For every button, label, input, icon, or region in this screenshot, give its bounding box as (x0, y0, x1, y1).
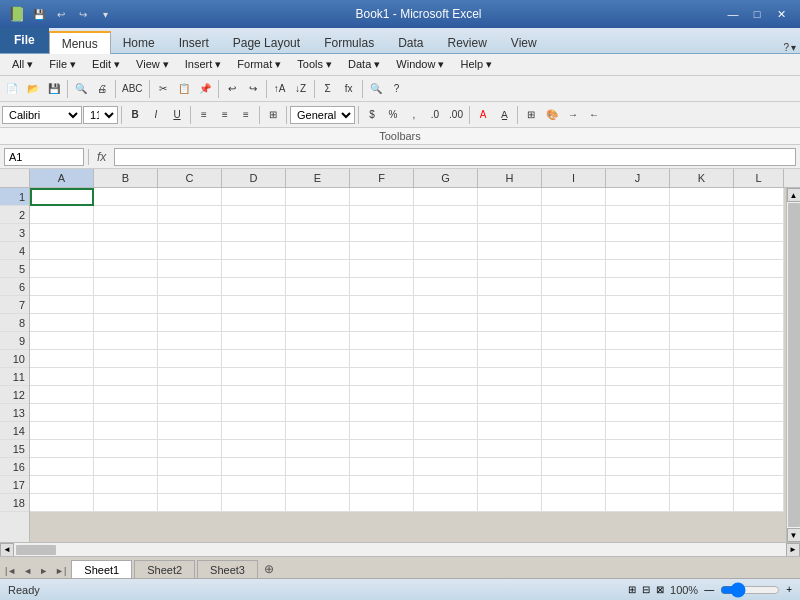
menu-format[interactable]: Format ▾ (229, 56, 289, 73)
borders-btn[interactable]: ⊞ (521, 105, 541, 125)
cell-F5[interactable] (350, 260, 414, 278)
cell-J6[interactable] (606, 278, 670, 296)
format-select[interactable]: General (290, 106, 355, 124)
indent-increase-btn[interactable]: → (563, 105, 583, 125)
row-num-14[interactable]: 14 (0, 422, 29, 440)
first-sheet-btn[interactable]: |◄ (2, 564, 19, 578)
cell-B6[interactable] (94, 278, 158, 296)
cell-G15[interactable] (414, 440, 478, 458)
menu-file[interactable]: File ▾ (41, 56, 84, 73)
vertical-scrollbar[interactable]: ▲ ▼ (786, 188, 800, 542)
cell-G10[interactable] (414, 350, 478, 368)
row-num-9[interactable]: 9 (0, 332, 29, 350)
cell-I3[interactable] (542, 224, 606, 242)
cell-J14[interactable] (606, 422, 670, 440)
indent-decrease-btn[interactable]: ← (584, 105, 604, 125)
cell-H11[interactable] (478, 368, 542, 386)
cell-G4[interactable] (414, 242, 478, 260)
bold-btn[interactable]: B (125, 105, 145, 125)
cell-L15[interactable] (734, 440, 784, 458)
cell-B14[interactable] (94, 422, 158, 440)
comma-btn[interactable]: , (404, 105, 424, 125)
underline-btn[interactable]: U (167, 105, 187, 125)
cell-H6[interactable] (478, 278, 542, 296)
cell-F12[interactable] (350, 386, 414, 404)
cell-A1[interactable] (30, 188, 94, 206)
sheet-tab-3[interactable]: Sheet3 (197, 560, 258, 578)
cell-L14[interactable] (734, 422, 784, 440)
cell-L7[interactable] (734, 296, 784, 314)
cell-F15[interactable] (350, 440, 414, 458)
merge-btn[interactable]: ⊞ (263, 105, 283, 125)
cell-D8[interactable] (222, 314, 286, 332)
quick-access-menu-btn[interactable]: ▾ (95, 4, 115, 24)
cell-I5[interactable] (542, 260, 606, 278)
cell-E10[interactable] (286, 350, 350, 368)
row-num-7[interactable]: 7 (0, 296, 29, 314)
cell-H5[interactable] (478, 260, 542, 278)
cell-B8[interactable] (94, 314, 158, 332)
cell-K7[interactable] (670, 296, 734, 314)
zoom-btn[interactable]: 🔍 (366, 79, 386, 99)
cell-I13[interactable] (542, 404, 606, 422)
cell-A9[interactable] (30, 332, 94, 350)
cell-L1[interactable] (734, 188, 784, 206)
cell-D14[interactable] (222, 422, 286, 440)
menu-help[interactable]: Help ▾ (453, 56, 501, 73)
cell-K17[interactable] (670, 476, 734, 494)
cell-K2[interactable] (670, 206, 734, 224)
cell-K14[interactable] (670, 422, 734, 440)
cell-G7[interactable] (414, 296, 478, 314)
help-tb-btn[interactable]: ? (387, 79, 407, 99)
cell-L9[interactable] (734, 332, 784, 350)
cell-A15[interactable] (30, 440, 94, 458)
tab-insert[interactable]: Insert (167, 31, 221, 53)
cell-E9[interactable] (286, 332, 350, 350)
cell-D18[interactable] (222, 494, 286, 512)
cell-A18[interactable] (30, 494, 94, 512)
fill-color-btn[interactable]: 🎨 (542, 105, 562, 125)
cell-D13[interactable] (222, 404, 286, 422)
cell-B13[interactable] (94, 404, 158, 422)
cell-D9[interactable] (222, 332, 286, 350)
cell-D11[interactable] (222, 368, 286, 386)
cell-C7[interactable] (158, 296, 222, 314)
undo-btn[interactable]: ↩ (222, 79, 242, 99)
cell-C3[interactable] (158, 224, 222, 242)
cell-D7[interactable] (222, 296, 286, 314)
cell-C13[interactable] (158, 404, 222, 422)
cell-K16[interactable] (670, 458, 734, 476)
cell-G12[interactable] (414, 386, 478, 404)
cell-I6[interactable] (542, 278, 606, 296)
cell-D3[interactable] (222, 224, 286, 242)
cell-J17[interactable] (606, 476, 670, 494)
cell-L10[interactable] (734, 350, 784, 368)
cell-C16[interactable] (158, 458, 222, 476)
row-num-1[interactable]: 1 (0, 188, 29, 206)
menu-insert[interactable]: Insert ▾ (177, 56, 230, 73)
cell-J12[interactable] (606, 386, 670, 404)
undo-quick-btn[interactable]: ↩ (51, 4, 71, 24)
scroll-thumb[interactable] (788, 203, 800, 527)
cell-I12[interactable] (542, 386, 606, 404)
cell-A3[interactable] (30, 224, 94, 242)
cell-E4[interactable] (286, 242, 350, 260)
col-header-b[interactable]: B (94, 169, 158, 187)
copy-btn[interactable]: 📋 (174, 79, 194, 99)
cell-A10[interactable] (30, 350, 94, 368)
row-num-3[interactable]: 3 (0, 224, 29, 242)
cell-I17[interactable] (542, 476, 606, 494)
sort-asc-btn[interactable]: ↑A (270, 79, 290, 99)
cell-E15[interactable] (286, 440, 350, 458)
col-header-k[interactable]: K (670, 169, 734, 187)
cell-A14[interactable] (30, 422, 94, 440)
scroll-up-btn[interactable]: ▲ (787, 188, 801, 202)
cell-A2[interactable] (30, 206, 94, 224)
save-btn[interactable]: 💾 (44, 79, 64, 99)
cell-E13[interactable] (286, 404, 350, 422)
cell-A12[interactable] (30, 386, 94, 404)
cell-C12[interactable] (158, 386, 222, 404)
align-left-btn[interactable]: ≡ (194, 105, 214, 125)
open-btn[interactable]: 📂 (23, 79, 43, 99)
cell-K9[interactable] (670, 332, 734, 350)
